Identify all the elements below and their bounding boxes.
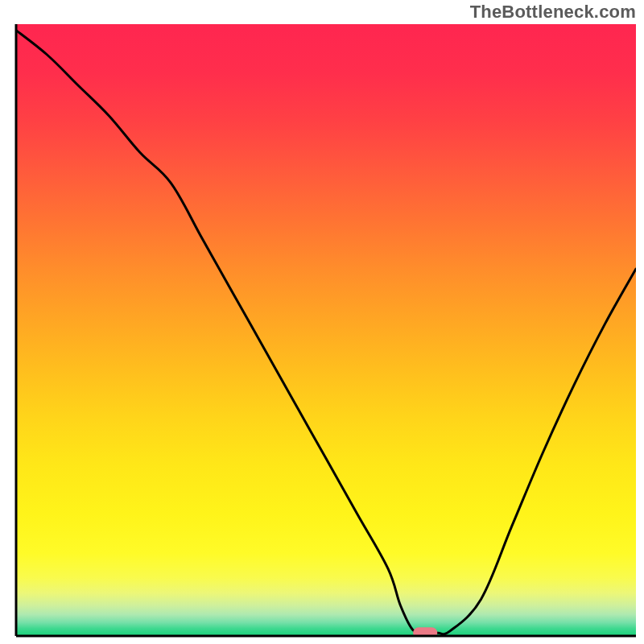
chart-svg bbox=[0, 0, 644, 644]
watermark-label: TheBottleneck.com bbox=[470, 2, 636, 23]
chart-container: TheBottleneck.com bbox=[0, 0, 644, 644]
